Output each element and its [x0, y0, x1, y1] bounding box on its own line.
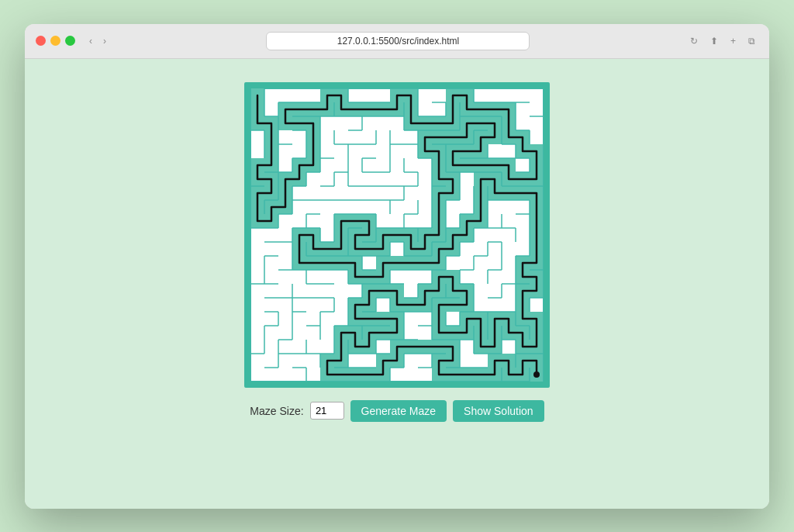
minimize-button[interactable]	[50, 36, 60, 46]
new-tab-icon[interactable]: +	[727, 34, 739, 48]
show-solution-button[interactable]: Show Solution	[453, 400, 544, 422]
maximize-button[interactable]	[65, 36, 75, 46]
maze-container	[244, 82, 550, 388]
close-button[interactable]	[36, 36, 46, 46]
back-icon[interactable]: ‹	[86, 34, 95, 48]
address-bar	[117, 32, 679, 50]
reload-icon[interactable]: ↻	[687, 34, 701, 48]
controls-bar: Maze Size: Generate Maze Show Solution	[250, 400, 544, 422]
titlebar: ‹ › ↻ ⬆ + ⧉	[25, 24, 769, 59]
traffic-lights	[36, 36, 75, 46]
maze-canvas	[250, 88, 544, 382]
browser-window: ‹ › ↻ ⬆ + ⧉ Maze Size: Generate Maze Sho…	[25, 24, 769, 509]
forward-icon[interactable]: ›	[100, 34, 109, 48]
generate-maze-button[interactable]: Generate Maze	[350, 400, 447, 422]
maze-size-input[interactable]	[310, 402, 344, 420]
browser-actions: ↻ ⬆ + ⧉	[687, 34, 758, 48]
more-icon[interactable]: ⧉	[745, 34, 758, 48]
browser-content: Maze Size: Generate Maze Show Solution	[25, 59, 769, 509]
nav-controls: ‹ ›	[86, 34, 109, 48]
maze-size-label: Maze Size:	[250, 405, 303, 417]
share-icon[interactable]: ⬆	[707, 34, 721, 48]
url-input[interactable]	[266, 32, 530, 50]
